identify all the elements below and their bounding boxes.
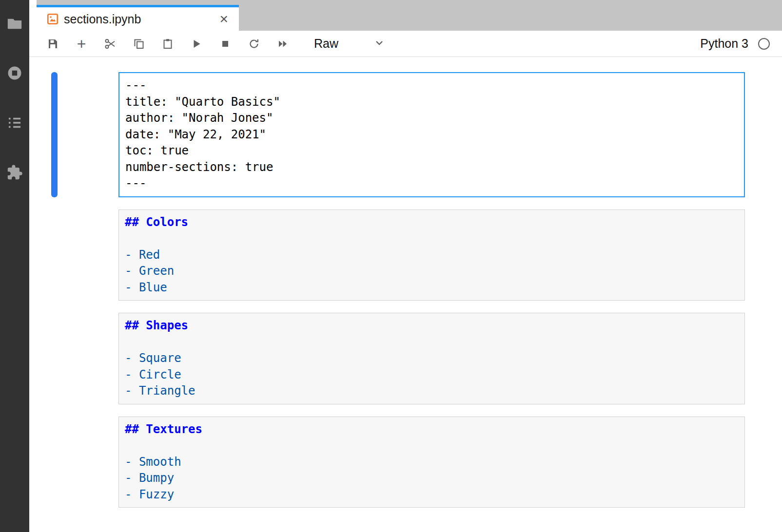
markdown-list-item: - Blue [125, 280, 739, 296]
markdown-list-item: - Triangle [125, 383, 739, 399]
kernel-indicator: Python 3 [700, 37, 770, 51]
markdown-list-item: - Square [125, 350, 739, 367]
close-icon[interactable]: × [217, 12, 230, 26]
cell-prompt [58, 313, 118, 404]
notebook-icon [46, 13, 59, 25]
paste-cells-button[interactable] [161, 38, 174, 50]
code-line: toc: true [125, 143, 738, 159]
save-button[interactable] [46, 38, 59, 50]
blank-line [125, 334, 739, 351]
markdown-list-item: - Bumpy [125, 470, 739, 487]
markdown-list-item: - Circle [125, 367, 739, 383]
code-line: author: "Norah Jones" [125, 110, 738, 127]
cell-row-markdown-shapes: ## Shapes - Square - Circle - Triangle [29, 313, 745, 404]
kernel-status-icon[interactable] [758, 38, 770, 50]
cell-row-markdown-colors: ## Colors - Red - Green - Blue [29, 209, 745, 301]
cell-prompt [58, 72, 118, 197]
interrupt-kernel-button[interactable] [219, 38, 232, 50]
cell-collapser[interactable] [51, 72, 58, 197]
markdown-header: ## Textures [125, 421, 739, 438]
stop-circle-icon [6, 65, 23, 83]
cell-type-value: Raw [314, 37, 338, 51]
tab-bar-empty-space [239, 0, 782, 31]
markdown-cell-editor[interactable]: ## Textures - Smooth - Bumpy - Fuzzy [118, 417, 745, 508]
code-line: title: "Quarto Basics" [125, 94, 738, 111]
tab-bar: sections.ipynb × [29, 0, 782, 31]
cell-prompt [58, 417, 118, 508]
markdown-header: ## Colors [125, 214, 739, 231]
main-area: sections.ipynb × + [29, 0, 782, 532]
code-line: date: "May 22, 2021" [125, 127, 738, 143]
chevron-down-icon [373, 37, 385, 51]
blank-line [125, 437, 739, 454]
markdown-list-item: - Red [125, 247, 739, 264]
notebook-toolbar: + [29, 31, 782, 57]
cut-cells-button[interactable] [104, 38, 117, 50]
markdown-cell-editor[interactable]: ## Colors - Red - Green - Blue [118, 209, 745, 301]
restart-run-all-button[interactable] [276, 38, 289, 50]
sidebar-item-table-of-contents[interactable] [5, 114, 24, 133]
cell-row-raw: --- title: "Quarto Basics" author: "Nora… [29, 72, 745, 197]
markdown-list-item: - Green [125, 263, 739, 280]
cell-type-dropdown[interactable]: Raw [314, 37, 385, 51]
code-line: --- [125, 77, 738, 94]
add-cell-button[interactable]: + [75, 38, 88, 50]
markdown-list-item: - Smooth [125, 454, 739, 471]
sidebar-item-file-browser[interactable] [5, 15, 24, 34]
puzzle-icon [6, 164, 23, 183]
kernel-name: Python 3 [700, 37, 748, 51]
cell-row-markdown-textures: ## Textures - Smooth - Bumpy - Fuzzy [29, 417, 745, 508]
jupyterlab-window: sections.ipynb × + [0, 0, 782, 532]
code-line: --- [125, 175, 738, 192]
cell-prompt [58, 209, 118, 301]
cell-collapser[interactable] [51, 209, 58, 301]
markdown-list-item: - Fuzzy [125, 487, 739, 503]
activity-sidebar [0, 0, 29, 532]
list-icon [6, 114, 23, 133]
markdown-header: ## Shapes [125, 318, 739, 334]
copy-cells-button[interactable] [133, 38, 145, 50]
tab-title: sections.ipynb [64, 12, 141, 26]
folder-icon [6, 15, 23, 34]
sidebar-item-running-sessions[interactable] [5, 64, 24, 84]
tab-sections-ipynb[interactable]: sections.ipynb × [37, 5, 239, 31]
restart-kernel-button[interactable] [248, 38, 260, 50]
notebook-panel: --- title: "Quarto Basics" author: "Nora… [29, 57, 782, 532]
markdown-cell-editor[interactable]: ## Shapes - Square - Circle - Triangle [118, 313, 745, 404]
run-button[interactable] [190, 38, 203, 50]
raw-cell-editor[interactable]: --- title: "Quarto Basics" author: "Nora… [118, 72, 745, 197]
cell-collapser[interactable] [51, 417, 58, 508]
blank-line [125, 230, 739, 247]
tab-bar-lead [29, 0, 37, 31]
cell-collapser[interactable] [51, 313, 58, 404]
code-line: number-sections: true [125, 159, 738, 176]
sidebar-item-extensions[interactable] [5, 164, 24, 183]
